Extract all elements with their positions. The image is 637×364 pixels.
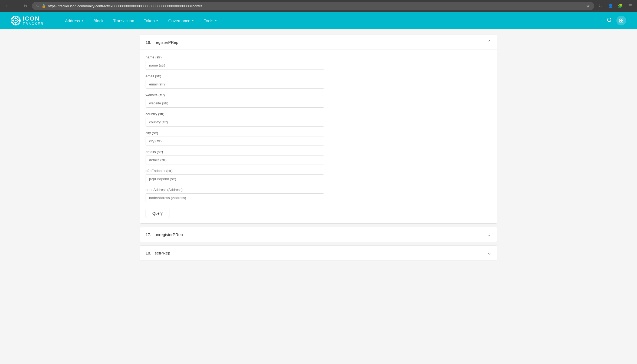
svg-line-8 bbox=[610, 21, 612, 22]
accordion-unregisterPRep: 17. unregisterPRep ⌄ bbox=[140, 227, 497, 242]
search-button[interactable] bbox=[606, 16, 613, 25]
svg-rect-12 bbox=[622, 21, 623, 22]
governance-chevron-icon: ▼ bbox=[191, 19, 194, 22]
form-group-p2pEndpoint: p2pEndpoint (str) bbox=[146, 169, 491, 183]
nav-link-transaction[interactable]: Transaction bbox=[108, 13, 139, 28]
back-button[interactable]: ← bbox=[3, 2, 11, 10]
pocket-button[interactable]: 🛡 bbox=[597, 2, 605, 10]
svg-rect-11 bbox=[620, 21, 621, 22]
form-group-website: website (str) bbox=[146, 93, 491, 108]
label-name: name (str) bbox=[146, 55, 491, 59]
expand-icon-unregisterPRep: ⌄ bbox=[487, 231, 491, 237]
label-p2pEndpoint: p2pEndpoint (str) bbox=[146, 169, 491, 173]
nav-menu: Address ▼ Block Transaction Token ▼ Gove… bbox=[60, 13, 606, 28]
logo-tracker: TRACKER bbox=[23, 22, 44, 26]
accordion-setPRep: 18. setPRep ⌄ bbox=[140, 245, 497, 260]
form-group-nodeAddress: nodeAddress (Address) bbox=[146, 188, 491, 202]
input-name[interactable] bbox=[146, 61, 324, 70]
form-group-email: email (str) bbox=[146, 74, 491, 89]
nav-actions bbox=[606, 16, 626, 25]
nav-buttons: ← → ↻ bbox=[3, 2, 29, 10]
nav-item-token: Token ▼ bbox=[139, 13, 163, 28]
browser-actions: 🛡 👤 🧩 ☰ bbox=[597, 2, 634, 10]
nav-item-block: Block bbox=[88, 13, 108, 28]
nav-link-governance[interactable]: Governance ▼ bbox=[163, 13, 199, 28]
label-country: country (str) bbox=[146, 112, 491, 116]
window-button[interactable] bbox=[616, 16, 626, 25]
bookmark-icon[interactable]: ★ bbox=[586, 4, 590, 9]
browser-chrome: ← → ↻ 🛡 🔒 ★ 🛡 👤 🧩 ☰ bbox=[0, 0, 637, 12]
input-details[interactable] bbox=[146, 155, 324, 164]
extensions-button[interactable]: 🧩 bbox=[616, 2, 624, 10]
nav-item-transaction: Transaction bbox=[108, 13, 139, 28]
form-group-country: country (str) bbox=[146, 112, 491, 127]
input-city[interactable] bbox=[146, 137, 324, 145]
nav-link-address[interactable]: Address ▼ bbox=[60, 13, 88, 28]
reload-button[interactable]: ↻ bbox=[22, 2, 29, 10]
nav-item-governance: Governance ▼ bbox=[163, 13, 199, 28]
label-website: website (str) bbox=[146, 93, 491, 97]
tools-chevron-icon: ▼ bbox=[214, 19, 217, 22]
input-country[interactable] bbox=[146, 118, 324, 127]
label-email: email (str) bbox=[146, 74, 491, 78]
svg-point-7 bbox=[608, 18, 611, 21]
collapse-icon-registerPRep: ⌃ bbox=[487, 39, 491, 45]
account-button[interactable]: 👤 bbox=[607, 2, 614, 10]
form-group-city: city (str) bbox=[146, 131, 491, 145]
input-nodeAddress[interactable] bbox=[146, 193, 324, 202]
accordion-registerPRep: 16. registerPRep ⌃ name (str) email (str… bbox=[140, 35, 497, 224]
accordion-header-setPRep[interactable]: 18. setPRep ⌄ bbox=[140, 246, 497, 260]
lock-icon: 🔒 bbox=[42, 4, 46, 8]
accordion-title-registerPRep: 16. registerPRep bbox=[146, 40, 178, 45]
svg-rect-10 bbox=[622, 19, 623, 21]
label-details: details (str) bbox=[146, 150, 491, 154]
menu-button[interactable]: ☰ bbox=[626, 2, 634, 10]
svg-point-2 bbox=[15, 20, 17, 21]
nav-link-token[interactable]: Token ▼ bbox=[139, 13, 163, 28]
navbar: ICON TRACKER Address ▼ Block Transaction… bbox=[0, 12, 637, 29]
nav-item-tools: Tools ▼ bbox=[199, 13, 222, 28]
query-button-registerPRep[interactable]: Query bbox=[146, 209, 169, 218]
accordion-title-unregisterPRep: 17. unregisterPRep bbox=[146, 232, 183, 237]
label-city: city (str) bbox=[146, 131, 491, 135]
accordion-body-registerPRep: name (str) email (str) website (str) cou… bbox=[140, 49, 497, 223]
input-email[interactable] bbox=[146, 80, 324, 89]
form-group-details: details (str) bbox=[146, 150, 491, 164]
address-chevron-icon: ▼ bbox=[81, 19, 84, 22]
token-chevron-icon: ▼ bbox=[156, 19, 159, 22]
expand-icon-setPRep: ⌄ bbox=[487, 250, 491, 256]
nav-link-block[interactable]: Block bbox=[88, 13, 108, 28]
input-p2pEndpoint[interactable] bbox=[146, 174, 324, 183]
logo-icon bbox=[11, 16, 21, 25]
input-website[interactable] bbox=[146, 99, 324, 108]
accordion-header-registerPRep[interactable]: 16. registerPRep ⌃ bbox=[140, 35, 497, 49]
forward-button[interactable]: → bbox=[12, 2, 20, 10]
address-bar[interactable]: 🛡 🔒 ★ bbox=[32, 2, 594, 10]
label-nodeAddress: nodeAddress (Address) bbox=[146, 188, 491, 192]
main-content: 16. registerPRep ⌃ name (str) email (str… bbox=[129, 29, 508, 269]
url-input[interactable] bbox=[48, 4, 584, 8]
form-group-name: name (str) bbox=[146, 55, 491, 70]
shield-icon: 🛡 bbox=[36, 4, 40, 8]
nav-item-address: Address ▼ bbox=[60, 13, 88, 28]
logo[interactable]: ICON TRACKER bbox=[11, 15, 44, 25]
svg-rect-9 bbox=[620, 19, 621, 21]
accordion-header-unregisterPRep[interactable]: 17. unregisterPRep ⌄ bbox=[140, 227, 497, 242]
accordion-title-setPRep: 18. setPRep bbox=[146, 251, 170, 255]
nav-link-tools[interactable]: Tools ▼ bbox=[199, 13, 222, 28]
logo-text: ICON bbox=[23, 15, 44, 22]
